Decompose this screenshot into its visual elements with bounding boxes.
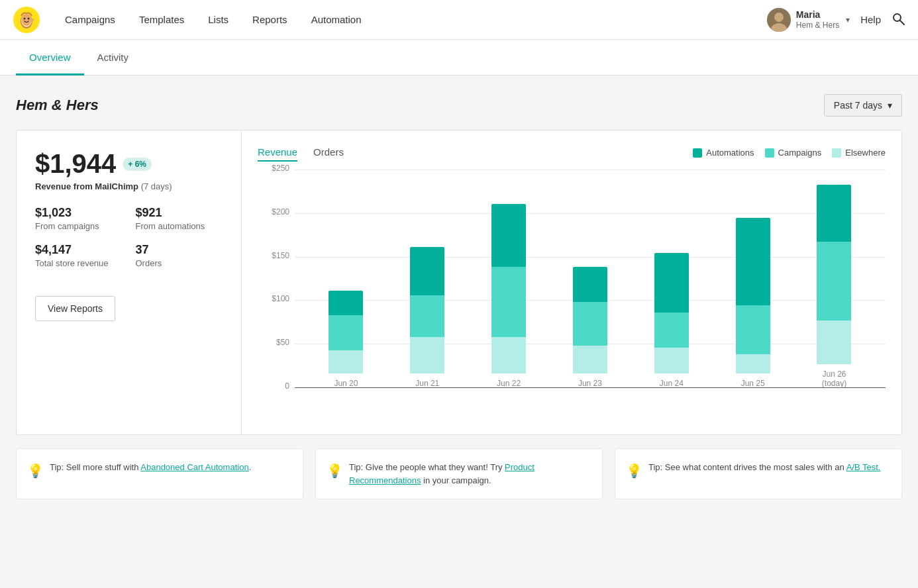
svg-point-8 — [774, 13, 784, 22]
store-revenue-label: Total store revenue — [35, 258, 123, 268]
chart-area: $250 $200 $150 $100 $50 0 Jun 20Jun 21Ju… — [258, 170, 886, 421]
store-revenue-stat: $4,147 Total store revenue — [35, 243, 123, 268]
chart-legend: Automations Campaigns Elsewhere — [693, 148, 886, 158]
automations-segment — [410, 247, 444, 295]
elsewhere-segment — [736, 354, 770, 373]
bar-group: Jun 26 (today) — [807, 185, 860, 388]
nav-automation[interactable]: Automation — [299, 0, 374, 40]
tabs-bar: Overview Activity — [0, 40, 918, 75]
chart-tab-orders[interactable]: Orders — [313, 144, 344, 162]
view-reports-button[interactable]: View Reports — [35, 296, 115, 321]
campaigns-segment — [573, 302, 607, 346]
automations-label: From automations — [136, 221, 223, 231]
nav-lists[interactable]: Lists — [196, 0, 240, 40]
orders-count: 37 — [136, 243, 223, 257]
bar-group: Jun 23 — [564, 267, 617, 388]
search-icon[interactable] — [892, 12, 905, 27]
tip-3-link[interactable]: A/B Test. — [846, 462, 881, 472]
bulb-icon-1: 💡 — [27, 461, 44, 481]
navbar-right: Maria Hem & Hers ▾ Help — [767, 8, 905, 32]
tip-2-text-before: Tip: Give the people what they want! Try — [349, 462, 505, 472]
legend-automations: Automations — [693, 148, 754, 158]
bar-label: Jun 24 — [660, 379, 684, 388]
svg-point-6 — [30, 18, 34, 21]
date-range-button[interactable]: Past 7 days ▾ — [824, 94, 902, 117]
campaigns-segment — [410, 295, 444, 337]
date-range-label: Past 7 days — [834, 100, 882, 111]
automations-segment — [491, 204, 526, 267]
legend-elsewhere: Elsewhere — [832, 148, 886, 158]
user-info-text: Maria Hem & Hers — [796, 9, 839, 31]
tip-1-text-after: . — [249, 462, 252, 472]
campaigns-label: From campaigns — [35, 221, 123, 231]
elsewhere-segment — [817, 320, 851, 364]
left-panel: $1,944 + 6% Revenue from MailChimp (7 da… — [17, 130, 242, 434]
tip-card-2: 💡 Tip: Give the people what they want! T… — [315, 448, 603, 499]
tips-section: 💡 Tip: Sell more stuff with Abandoned Ca… — [16, 448, 902, 499]
automations-segment — [573, 267, 607, 302]
automations-segment — [736, 218, 770, 305]
svg-point-3 — [22, 14, 31, 26]
orders-stat: 37 Orders — [136, 243, 223, 268]
campaigns-amount: $1,023 — [35, 206, 123, 220]
bar-group: Jun 25 — [727, 218, 780, 388]
user-menu[interactable]: Maria Hem & Hers ▾ — [767, 8, 850, 32]
revenue-amount-row: $1,944 + 6% — [35, 149, 223, 179]
elsewhere-segment — [654, 348, 689, 373]
campaigns-segment — [736, 305, 770, 354]
chart-tabs: Revenue Orders Automations Campaigns Els… — [258, 144, 886, 162]
main-nav: Campaigns Templates Lists Reports Automa… — [53, 0, 767, 40]
tip-3-text-before: Tip: See what content drives the most sa… — [648, 462, 846, 472]
bar-label: Jun 23 — [578, 379, 602, 388]
bar-label: Jun 20 — [334, 379, 358, 388]
nav-templates[interactable]: Templates — [127, 0, 196, 40]
revenue-badge: + 6% — [123, 158, 152, 171]
tip-card-1: 💡 Tip: Sell more stuff with Abandoned Ca… — [16, 448, 303, 499]
automations-segment — [329, 291, 363, 315]
bar-group: Jun 22 — [482, 204, 535, 388]
chevron-down-icon: ▾ — [846, 15, 850, 24]
automations-legend-dot — [693, 148, 702, 158]
chevron-down-icon: ▾ — [888, 100, 892, 111]
tip-1-link[interactable]: Abandoned Cart Automation — [140, 462, 248, 472]
automations-stat: $921 From automations — [136, 206, 223, 231]
page-header: Hem & Hers Past 7 days ▾ — [16, 94, 902, 117]
elsewhere-legend-dot — [832, 148, 841, 158]
avatar — [767, 8, 791, 32]
tip-1-text-before: Tip: Sell more stuff with — [50, 462, 140, 472]
user-org: Hem & Hers — [796, 21, 839, 31]
campaigns-segment — [817, 242, 851, 320]
page-title: Hem & Hers — [16, 97, 99, 114]
bar-label: Jun 22 — [497, 379, 521, 388]
elsewhere-segment — [410, 337, 444, 373]
campaigns-segment — [491, 267, 526, 337]
automations-legend-label: Automations — [706, 148, 754, 158]
bar-label: Jun 25 — [741, 379, 765, 388]
navbar: Campaigns Templates Lists Reports Automa… — [0, 0, 918, 40]
chart-tab-revenue[interactable]: Revenue — [258, 144, 297, 162]
bulb-icon-3: 💡 — [626, 461, 642, 481]
campaigns-legend-dot — [765, 148, 774, 158]
elsewhere-segment — [573, 346, 607, 373]
tab-overview[interactable]: Overview — [16, 40, 84, 75]
elsewhere-segment — [491, 337, 526, 373]
help-link[interactable]: Help — [860, 14, 881, 25]
bar-group: Jun 20 — [319, 291, 372, 388]
nav-campaigns[interactable]: Campaigns — [53, 0, 127, 40]
nav-reports[interactable]: Reports — [240, 0, 299, 40]
bar-group: Jun 24 — [645, 253, 698, 388]
content-grid: $1,944 + 6% Revenue from MailChimp (7 da… — [16, 130, 902, 435]
campaigns-segment — [329, 315, 363, 350]
svg-line-11 — [900, 21, 904, 24]
bar-group: Jun 21 — [401, 247, 454, 388]
tip-card-3: 💡 Tip: See what content drives the most … — [615, 448, 902, 499]
bar-label: Jun 21 — [415, 379, 439, 388]
automations-segment — [654, 253, 689, 313]
revenue-number: $1,944 — [35, 149, 116, 179]
tab-activity[interactable]: Activity — [84, 40, 142, 75]
orders-label: Orders — [136, 258, 223, 268]
elsewhere-segment — [329, 350, 363, 373]
campaigns-stat: $1,023 From campaigns — [35, 206, 123, 231]
automations-amount: $921 — [136, 206, 223, 220]
mailchimp-logo[interactable] — [13, 7, 40, 33]
